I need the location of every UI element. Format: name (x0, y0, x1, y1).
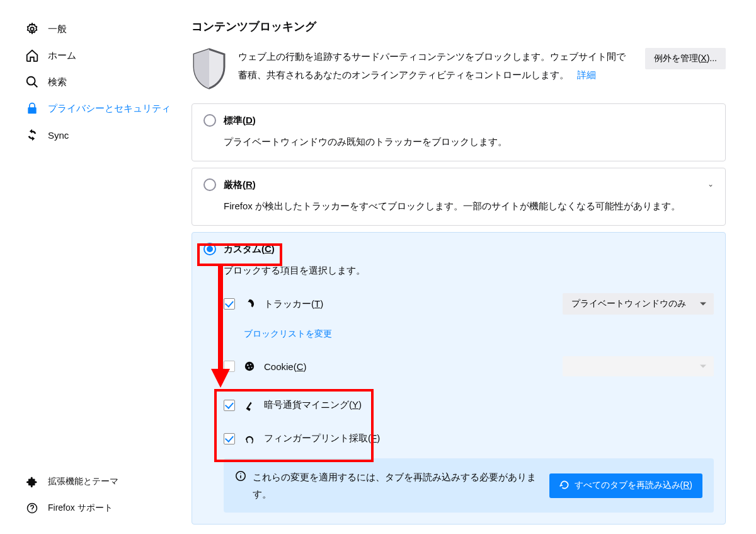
fingerprint-icon (244, 433, 255, 444)
custom-panel: カスタム(C) ブロックする項目を選択します。 トラッカー(T) プライベートウ… (192, 232, 726, 525)
sidebar-item-general[interactable]: 一般 (25, 16, 176, 42)
svg-point-8 (248, 368, 249, 369)
cookie-icon (244, 361, 255, 372)
reload-text: これらの変更を適用するには、タブを再読み込みする必要があります。 (253, 468, 541, 502)
tracker-icon (244, 298, 255, 310)
detail-link[interactable]: 詳細 (577, 69, 596, 80)
cryptomining-label: 暗号通貨マイニング(Y) (264, 399, 362, 411)
svg-point-9 (251, 367, 253, 368)
help-icon (25, 501, 39, 515)
sidebar-item-privacy[interactable]: プライバシーとセキュリティ (25, 95, 176, 122)
sidebar-item-label: Sync (48, 130, 69, 141)
chevron-down-icon: ⌄ (707, 180, 714, 189)
manage-exceptions-button[interactable]: 例外を管理(X)... (645, 48, 726, 69)
trackers-row: トラッカー(T) プライベートウィンドウのみ (224, 287, 714, 321)
shield-icon (192, 48, 227, 90)
change-blocklist-link[interactable]: ブロックリストを変更 (244, 328, 332, 339)
reload-icon (559, 480, 570, 492)
svg-point-1 (27, 77, 35, 85)
radio-standard[interactable] (203, 114, 216, 127)
cryptomining-row: 暗号通貨マイニング(Y) (224, 393, 714, 417)
svg-line-2 (34, 84, 38, 88)
standard-panel[interactable]: 標準(D) プライベートウィンドウのみ既知のトラッカーをブロックします。 (192, 103, 726, 161)
cryptomining-icon (244, 400, 255, 411)
cookies-dropdown (563, 356, 714, 376)
sidebar: 一般 ホーム 検索 プライバシーとセキュリティ (0, 0, 176, 534)
sidebar-item-label: 一般 (48, 23, 67, 35)
strict-panel[interactable]: ⌄ 厳格(R) Firefox が検出したトラッカーをすべてブロックします。一部… (192, 168, 726, 226)
main-content: コンテンツブロッキング ウェブ上の行動を追跡するサードパーティコンテンツをブロッ… (176, 0, 756, 534)
sidebar-item-search[interactable]: 検索 (25, 69, 176, 95)
svg-point-0 (30, 27, 34, 31)
info-icon (235, 470, 246, 487)
cookies-label: Cookie(C) (264, 361, 307, 372)
custom-title: カスタム(C) (224, 243, 275, 255)
checkbox-trackers[interactable] (224, 298, 235, 310)
sidebar-item-label: 拡張機能とテーマ (48, 476, 118, 487)
standard-title: 標準(D) (224, 115, 256, 127)
svg-point-7 (250, 364, 251, 365)
cookies-row: Cookie(C) (224, 350, 714, 383)
search-icon (25, 75, 39, 89)
sidebar-item-sync[interactable]: Sync (25, 122, 176, 148)
sync-icon (25, 128, 39, 142)
gear-icon (25, 22, 39, 36)
puzzle-icon (25, 475, 39, 489)
sidebar-item-home[interactable]: ホーム (25, 42, 176, 69)
checkbox-cryptomining[interactable] (224, 400, 235, 411)
lock-icon (25, 102, 39, 115)
checkbox-cookies[interactable] (224, 361, 235, 372)
reload-notification: これらの変更を適用するには、タブを再読み込みする必要があります。 すべてのタブを… (224, 458, 714, 513)
sidebar-item-label: ホーム (48, 50, 76, 62)
custom-desc: ブロックする項目を選択します。 (224, 263, 714, 278)
radio-strict[interactable] (203, 178, 216, 191)
svg-point-4 (32, 511, 32, 511)
sidebar-item-support[interactable]: Firefox サポート (25, 495, 176, 521)
standard-desc: プライベートウィンドウのみ既知のトラッカーをブロックします。 (224, 134, 714, 149)
reload-all-tabs-button[interactable]: すべてのタブを再読み込み(R) (549, 473, 702, 498)
sidebar-item-label: 検索 (48, 76, 67, 88)
strict-desc: Firefox が検出したトラッカーをすべてブロックします。一部のサイトが機能し… (224, 199, 714, 214)
trackers-label: トラッカー(T) (264, 298, 323, 310)
intro-text: ウェブ上の行動を追跡するサードパーティコンテンツをブロックします。ウェブサイト間… (238, 48, 634, 84)
section-title: コンテンツブロッキング (192, 19, 726, 34)
fingerprinting-label: フィンガープリント採取(F) (264, 432, 380, 444)
sidebar-item-label: Firefox サポート (48, 502, 113, 514)
sidebar-item-extensions[interactable]: 拡張機能とテーマ (25, 468, 176, 495)
svg-point-6 (247, 364, 248, 366)
home-icon (25, 49, 39, 62)
checkbox-fingerprinting[interactable] (224, 433, 235, 444)
trackers-dropdown[interactable]: プライベートウィンドウのみ (563, 293, 714, 315)
fingerprinting-row: フィンガープリント採取(F) (224, 426, 714, 451)
svg-point-5 (245, 362, 254, 371)
radio-custom[interactable] (203, 243, 216, 255)
intro-block: ウェブ上の行動を追跡するサードパーティコンテンツをブロックします。ウェブサイト間… (192, 48, 726, 90)
strict-title: 厳格(R) (224, 179, 256, 191)
svg-point-12 (240, 473, 241, 474)
sidebar-item-label: プライバシーとセキュリティ (48, 103, 171, 115)
